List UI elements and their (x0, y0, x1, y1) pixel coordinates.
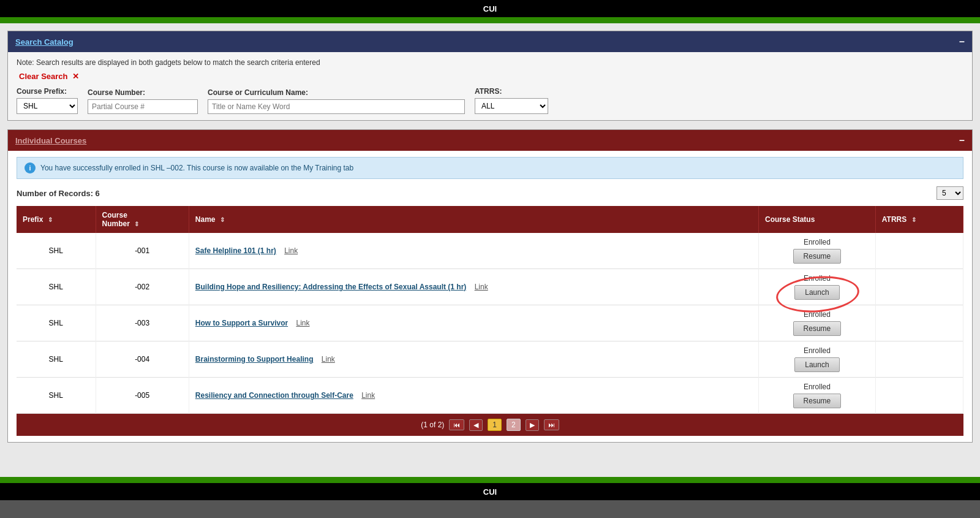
cell-name: Resiliency and Connection through Self-C… (189, 378, 758, 414)
th-prefix[interactable]: Prefix ⇕ (17, 206, 96, 233)
cell-status: EnrolledResume (758, 233, 875, 269)
table-row: SHL-004Brainstorming to Support Healing … (17, 341, 963, 378)
bottom-green-bar (0, 477, 980, 483)
search-fields: Course Prefix: SHL ALL ABS ADL Course Nu… (17, 87, 963, 114)
prefix-field-group: Course Prefix: SHL ALL ABS ADL (17, 87, 78, 114)
main-content: Search Catalog – Note: Search results ar… (0, 23, 980, 477)
cell-course-number: -005 (96, 378, 189, 414)
page-size-select[interactable]: 5 10 25 50 (937, 186, 963, 200)
course-name-link[interactable]: Building Hope and Resiliency: Addressing… (195, 283, 467, 291)
cell-status: EnrolledLaunch (758, 269, 875, 305)
bottom-bar: CUI (0, 483, 980, 500)
cell-prefix: SHL (17, 378, 96, 414)
atrrs-field-group: ATRRS: ALL YES NO (475, 87, 548, 114)
cell-atrrs (875, 341, 963, 378)
table-row: SHL-001Safe Helpline 101 (1 hr) LinkEnro… (17, 233, 963, 269)
table-row: SHL-002Building Hope and Resiliency: Add… (17, 269, 963, 305)
course-name-link[interactable]: Safe Helpline 101 (1 hr) (195, 246, 276, 255)
search-catalog-panel: Search Catalog – Note: Search results ar… (7, 31, 973, 121)
enrolled-label: Enrolled (765, 346, 869, 355)
pagination-prev[interactable]: ◀ (469, 419, 483, 431)
course-name-link[interactable]: Resiliency and Connection through Self-C… (195, 391, 353, 400)
search-catalog-body: Note: Search results are displayed in bo… (8, 52, 972, 120)
prefix-select[interactable]: SHL ALL ABS ADL (17, 98, 78, 114)
cell-atrrs (875, 233, 963, 269)
cell-course-number: -002 (96, 269, 189, 305)
cell-name: Safe Helpline 101 (1 hr) Link (189, 233, 758, 269)
enrolled-label: Enrolled (765, 238, 869, 246)
atrrs-label: ATRRS: (475, 87, 548, 96)
individual-courses-header: Individual Courses – (8, 130, 972, 151)
records-row: Number of Records: 6 5 10 25 50 (17, 186, 963, 200)
cell-course-number: -003 (96, 305, 189, 341)
action-button[interactable]: Resume (793, 394, 842, 408)
course-name-input[interactable] (208, 99, 465, 114)
cell-name: Brainstorming to Support Healing Link (189, 341, 758, 378)
clear-search-icon: ✕ (72, 72, 79, 81)
search-catalog-header: Search Catalog – (8, 31, 972, 52)
cell-prefix: SHL (17, 269, 96, 305)
pagination-page-2[interactable]: 2 (507, 419, 521, 431)
course-name-link[interactable]: Brainstorming to Support Healing (195, 355, 314, 364)
pagination-first[interactable]: ⏮ (449, 419, 464, 430)
th-course-status: Course Status (758, 206, 875, 233)
course-number-field-group: Course Number: (88, 88, 198, 114)
course-link[interactable]: Link (322, 355, 335, 364)
search-note: Note: Search results are displayed in bo… (17, 58, 963, 67)
course-link[interactable]: Link (284, 246, 298, 255)
prefix-label: Course Prefix: (17, 87, 78, 96)
courses-table: Prefix ⇕ CourseNumber ⇕ Name ⇕ Course St… (17, 206, 963, 414)
cell-name: How to Support a Survivor Link (189, 305, 758, 341)
search-catalog-minimize[interactable]: – (959, 36, 965, 47)
cell-course-number: -001 (96, 233, 189, 269)
th-name[interactable]: Name ⇕ (189, 206, 758, 233)
courses-table-head: Prefix ⇕ CourseNumber ⇕ Name ⇕ Course St… (17, 206, 963, 233)
enrolled-label: Enrolled (765, 274, 869, 283)
course-link[interactable]: Link (361, 391, 375, 400)
course-name-label: Course or Curriculum Name: (208, 88, 465, 97)
table-row: SHL-003How to Support a Survivor LinkEnr… (17, 305, 963, 341)
bottom-bar-label: CUI (483, 487, 497, 497)
top-bar: CUI (0, 0, 980, 17)
individual-courses-title[interactable]: Individual Courses (15, 136, 86, 145)
action-button[interactable]: Resume (793, 321, 842, 336)
cell-prefix: SHL (17, 233, 96, 269)
cell-prefix: SHL (17, 341, 96, 378)
course-number-input[interactable] (88, 99, 198, 114)
cell-status: EnrolledResume (758, 378, 875, 414)
th-atrrs[interactable]: ATRRS ⇕ (875, 206, 963, 233)
enrolled-label: Enrolled (765, 310, 869, 319)
individual-courses-panel: Individual Courses – i You have successf… (7, 129, 973, 443)
top-bar-label: CUI (483, 4, 497, 13)
cell-course-number: -004 (96, 341, 189, 378)
cell-atrrs (875, 269, 963, 305)
clear-search-link[interactable]: Clear Search ✕ (17, 72, 963, 81)
course-link[interactable]: Link (475, 283, 488, 291)
individual-courses-minimize[interactable]: – (959, 135, 965, 146)
th-course-number[interactable]: CourseNumber ⇕ (96, 206, 189, 233)
course-name-link[interactable]: How to Support a Survivor (195, 319, 288, 327)
action-button[interactable]: Launch (794, 285, 839, 300)
pagination-info: (1 of 2) (421, 421, 444, 429)
pagination-next[interactable]: ▶ (526, 419, 539, 431)
cell-atrrs (875, 305, 963, 341)
pagination-bar: (1 of 2) ⏮ ◀ 1 2 ▶ ⏭ (17, 414, 963, 436)
action-button[interactable]: Resume (793, 249, 842, 264)
cell-prefix: SHL (17, 305, 96, 341)
action-button[interactable]: Launch (794, 357, 839, 372)
course-number-label: Course Number: (88, 88, 198, 97)
cell-name: Building Hope and Resiliency: Addressing… (189, 269, 758, 305)
top-green-bar (0, 17, 980, 23)
search-catalog-title[interactable]: Search Catalog (15, 37, 74, 47)
table-row: SHL-005Resiliency and Connection through… (17, 378, 963, 414)
cell-atrrs (875, 378, 963, 414)
course-link[interactable]: Link (296, 319, 309, 327)
info-banner: i You have successfully enrolled in SHL … (17, 157, 963, 179)
enrolled-label: Enrolled (765, 383, 869, 391)
pagination-last[interactable]: ⏭ (544, 419, 559, 430)
pagination-page-1[interactable]: 1 (488, 419, 502, 431)
atrrs-select[interactable]: ALL YES NO (475, 98, 548, 114)
info-icon: i (24, 162, 36, 173)
courses-panel-body: i You have successfully enrolled in SHL … (8, 151, 972, 442)
course-name-field-group: Course or Curriculum Name: (208, 88, 465, 114)
